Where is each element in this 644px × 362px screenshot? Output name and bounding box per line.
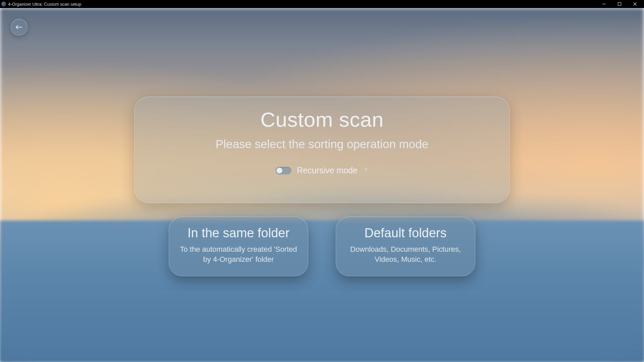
window-title: 4-Organizer Ultra: Custom scan setup: [8, 2, 81, 7]
close-button[interactable]: [627, 0, 643, 8]
app-icon: [1, 2, 6, 6]
option-desc: To the automatically created 'Sorted by …: [180, 244, 297, 264]
option-desc: Downloads, Documents, Pictures, Videos, …: [347, 244, 464, 264]
content: Custom scan Please select the sorting op…: [0, 8, 644, 362]
svg-rect-1: [618, 3, 621, 6]
recursive-mode-row: Recursive mode ?: [275, 166, 369, 175]
minimize-button[interactable]: [596, 0, 612, 8]
option-default-folders[interactable]: Default folders Downloads, Documents, Pi…: [336, 217, 475, 276]
titlebar: 4-Organizer Ultra: Custom scan setup: [0, 0, 644, 8]
page-title: Custom scan: [260, 108, 383, 131]
maximize-button[interactable]: [612, 0, 627, 8]
window-controls: [596, 0, 643, 8]
main-card: Custom scan Please select the sorting op…: [134, 97, 510, 203]
option-title: Default folders: [364, 226, 446, 240]
back-button[interactable]: [11, 19, 28, 36]
option-same-folder[interactable]: In the same folder To the automatically …: [169, 217, 308, 276]
arrow-left-icon: [15, 25, 23, 29]
option-title: In the same folder: [187, 226, 289, 240]
maximize-icon: [618, 2, 622, 6]
toggle-knob: [276, 168, 282, 174]
close-icon: [633, 2, 637, 6]
minimize-icon: [602, 2, 606, 6]
recursive-mode-label: Recursive mode: [297, 166, 358, 175]
recursive-mode-help-button[interactable]: ?: [363, 168, 369, 174]
titlebar-left: 4-Organizer Ultra: Custom scan setup: [1, 2, 81, 7]
recursive-mode-toggle[interactable]: [275, 167, 291, 175]
options-row: In the same folder To the automatically …: [134, 217, 510, 276]
page-subtitle: Please select the sorting operation mode: [216, 137, 428, 151]
